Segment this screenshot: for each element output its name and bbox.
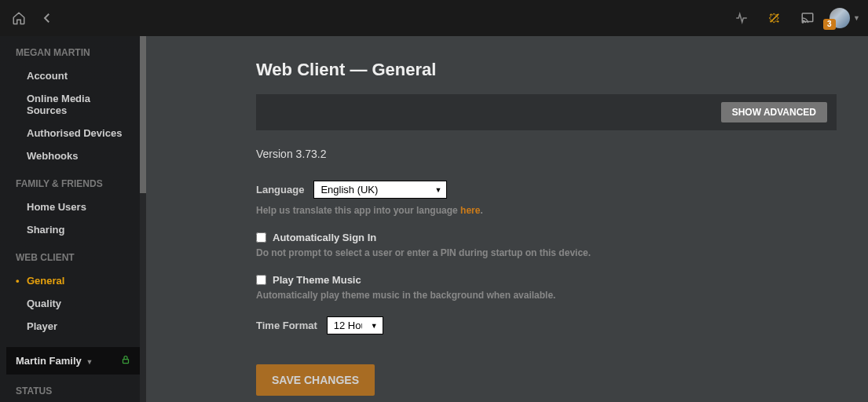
page-title: Web Client — General <box>256 60 837 80</box>
settings-icon[interactable] <box>764 7 786 29</box>
time-format-label: Time Format <box>256 320 317 331</box>
sidebar-item-player[interactable]: Player <box>0 315 146 338</box>
sidebar-item-sharing[interactable]: Sharing <box>0 218 146 241</box>
user-menu[interactable]: 3 ▼ <box>830 8 860 28</box>
advanced-bar: SHOW ADVANCED <box>256 94 837 130</box>
sidebar-item-quality[interactable]: Quality <box>0 292 146 315</box>
sidebar-scrollbar[interactable] <box>140 36 146 402</box>
sidebar-item-online-media[interactable]: Online Media Sources <box>0 87 146 122</box>
sidebar-status-title: STATUS <box>0 375 146 402</box>
home-icon[interactable] <box>8 7 30 29</box>
chevron-down-icon: ▼ <box>86 358 93 366</box>
svg-rect-2 <box>123 360 129 364</box>
sidebar-item-authorised-devices[interactable]: Authorised Devices <box>0 122 146 144</box>
sidebar-webclient-title: WEB CLIENT <box>0 241 146 269</box>
sidebar-item-webhooks[interactable]: Webhooks <box>0 144 146 167</box>
chevron-down-icon: ▼ <box>853 14 860 22</box>
translate-link[interactable]: here <box>460 205 480 216</box>
server-selector[interactable]: Martin Family ▼ <box>6 347 140 375</box>
sidebar-item-general[interactable]: General <box>0 269 146 292</box>
language-select[interactable]: English (UK) <box>313 181 447 199</box>
language-label: Language <box>256 184 304 196</box>
show-advanced-button[interactable]: SHOW ADVANCED <box>721 102 827 122</box>
version-text: Version 3.73.2 <box>256 148 837 160</box>
theme-music-hint: Automatically play theme music in the ba… <box>256 290 837 301</box>
auto-signin-hint: Do not prompt to select a user or enter … <box>256 247 837 258</box>
main-content: Web Client — General SHOW ADVANCED Versi… <box>146 36 868 402</box>
save-changes-button[interactable]: SAVE CHANGES <box>256 364 375 396</box>
activity-icon[interactable] <box>731 7 753 29</box>
sidebar-user-name: MEGAN MARTIN <box>0 36 146 64</box>
sidebar-family-title: FAMILY & FRIENDS <box>0 167 146 196</box>
sidebar-item-home-users[interactable]: Home Users <box>0 196 146 218</box>
auto-signin-checkbox[interactable] <box>256 232 266 243</box>
time-format-select[interactable]: 12 Hour <box>327 316 383 334</box>
topbar: 3 ▼ <box>0 0 868 36</box>
notification-badge: 3 <box>823 19 836 30</box>
auto-signin-label: Automatically Sign In <box>273 232 376 243</box>
cast-icon[interactable] <box>797 7 819 29</box>
sidebar-item-account[interactable]: Account <box>0 64 146 87</box>
server-name: Martin Family <box>16 355 82 367</box>
sidebar-scrollbar-thumb[interactable] <box>140 36 146 193</box>
back-icon[interactable] <box>36 7 58 29</box>
avatar: 3 <box>830 8 850 28</box>
sidebar: MEGAN MARTIN Account Online Media Source… <box>0 36 146 402</box>
translate-hint: Help us translate this app into your lan… <box>256 205 837 216</box>
svg-point-1 <box>802 22 804 24</box>
lock-icon <box>121 355 130 367</box>
theme-music-checkbox[interactable] <box>256 275 266 285</box>
theme-music-label: Play Theme Music <box>273 274 361 286</box>
